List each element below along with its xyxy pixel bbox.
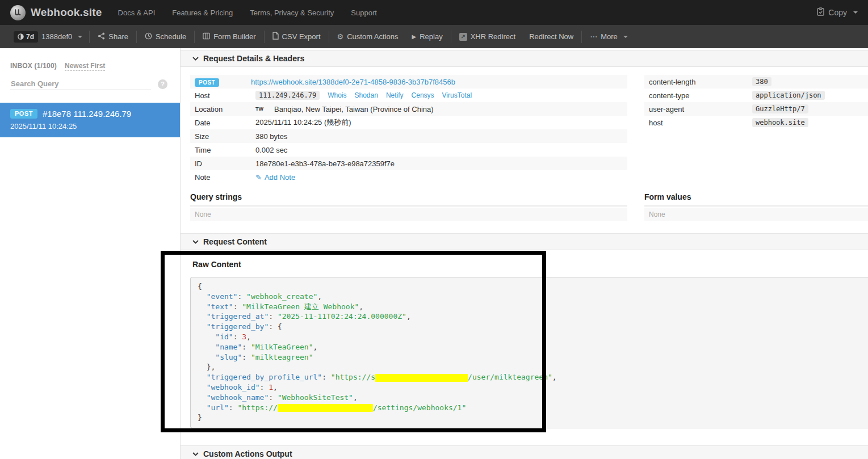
json-punctuation: , <box>552 373 557 381</box>
caret-down-icon <box>623 36 628 38</box>
token-selector[interactable]: 7d 1388def0 <box>8 31 88 43</box>
json-string: "2025-11-11T02:24:24.000000Z" <box>278 312 406 321</box>
form-values-none: None <box>644 208 868 221</box>
xhr-redirect-icon: ↗ <box>459 33 467 41</box>
copy-button[interactable]: Copy <box>817 7 858 18</box>
brand[interactable]: Webhook.site <box>10 5 102 20</box>
detail-row-date: Date 2025/11/11 10:24:25 (幾秒前) <box>190 116 627 129</box>
json-punctuation: , <box>246 332 251 341</box>
main-content: Request Details & Headers POST https://w… <box>181 48 868 459</box>
detail-row-size: Size 380 bytes <box>190 129 627 143</box>
raw-content-heading: Raw Content <box>192 260 868 269</box>
webhook-logo-icon <box>10 5 26 20</box>
top-navbar: Webhook.site Docs & API Features & Prici… <box>0 0 868 25</box>
replay-button[interactable]: ▶ Replay <box>405 32 450 41</box>
json-punctuation: : <box>269 312 278 321</box>
nav-link-support[interactable]: Support <box>351 9 377 17</box>
caret-down-icon <box>78 36 82 38</box>
copy-label: Copy <box>828 8 847 17</box>
pencil-icon: ✎ <box>255 173 262 182</box>
json-punctuation: : { <box>269 322 282 331</box>
code-line: "webhook_id": 1, <box>198 382 861 393</box>
header-value: webhook.site <box>752 118 808 127</box>
json-punctuation: : <box>233 302 242 311</box>
header-value: 380 <box>752 77 771 86</box>
csv-export-button[interactable]: CSV Export <box>266 32 328 41</box>
file-icon <box>272 32 279 41</box>
search-input[interactable] <box>10 78 151 90</box>
json-punctuation: : <box>269 393 278 402</box>
json-punctuation <box>198 343 215 351</box>
ellipsis-icon: ⋯ <box>590 33 597 40</box>
header-value: application/json <box>752 91 825 100</box>
request-url-link[interactable]: https://webhook.site/1388def0-2e71-4858-… <box>251 78 455 86</box>
sort-toggle[interactable]: Newest First <box>65 62 105 71</box>
code-line: "slug": "milkteagreen" <box>198 352 861 363</box>
share-icon <box>98 32 105 41</box>
code-line: "triggered_by": { <box>198 322 861 332</box>
nav-link-docs[interactable]: Docs & API <box>118 9 156 17</box>
retention-badge: 7d <box>14 31 38 43</box>
toolbar-separator <box>451 31 451 43</box>
country-flag: TW <box>255 106 263 112</box>
json-punctuation: , <box>317 292 322 301</box>
query-strings-heading: Query strings <box>190 192 627 207</box>
detail-row-url: POST https://webhook.site/1388def0-2e71-… <box>190 75 627 89</box>
json-key: "triggered_by_profile_url" <box>207 373 322 381</box>
json-punctuation: : <box>260 383 269 391</box>
raw-content-code[interactable]: { "event": "webhook_create", "text": "Mi… <box>190 277 868 428</box>
section-custom-actions-output[interactable]: Custom Actions Output <box>181 445 868 459</box>
redaction-highlight <box>278 404 373 412</box>
more-button[interactable]: ⋯ More <box>583 32 635 41</box>
header-name: content-type <box>644 91 752 100</box>
chevron-down-icon <box>192 452 199 456</box>
json-punctuation: : <box>322 373 331 381</box>
netify-link[interactable]: Netify <box>386 91 404 99</box>
header-name: user-agent <box>644 105 752 113</box>
whois-link[interactable]: Whois <box>328 91 346 99</box>
request-list-item[interactable]: POST #18e78 111.249.246.79 2025/11/11 10… <box>0 103 180 137</box>
json-string: /user/milkteagreen" <box>468 373 552 381</box>
token-id: 1388def0 <box>41 32 72 41</box>
json-string: "MilkTeaGreen 建立 Webhook" <box>242 302 359 311</box>
json-punctuation: } <box>198 413 202 422</box>
json-punctuation <box>198 373 207 381</box>
chevron-down-icon <box>192 240 199 244</box>
share-button[interactable]: Share <box>91 32 135 41</box>
json-punctuation: : <box>229 403 238 412</box>
json-punctuation: , <box>353 393 358 402</box>
shodan-link[interactable]: Shodan <box>355 91 378 99</box>
caret-down-icon <box>853 11 858 14</box>
headers-table: content-length380content-typeapplication… <box>644 75 868 129</box>
form-builder-icon <box>203 32 210 41</box>
nav-link-terms[interactable]: Terms, Privacy & Security <box>250 9 334 17</box>
request-timestamp: 2025/11/11 10:24:25 <box>10 122 170 130</box>
json-punctuation: , <box>406 312 411 321</box>
xhr-redirect-button[interactable]: ↗ XHR Redirect <box>452 32 522 41</box>
schedule-button[interactable]: Schedule <box>138 32 193 41</box>
virustotal-link[interactable]: VirusTotal <box>442 91 472 99</box>
clipboard-icon <box>817 7 824 18</box>
nav-link-features[interactable]: Features & Pricing <box>172 9 233 17</box>
json-key: "slug" <box>215 353 242 361</box>
json-key: "text" <box>207 302 233 311</box>
webhook-site-app: Webhook.site Docs & API Features & Prici… <box>0 0 868 459</box>
redirect-now-button[interactable]: Redirect Now <box>522 32 580 41</box>
search-help-icon[interactable]: ? <box>158 79 167 89</box>
query-strings-none: None <box>190 208 627 221</box>
play-icon: ▶ <box>412 34 417 40</box>
detail-row-host: Host 111.249.246.79 Whois Shodan Netify … <box>190 89 627 102</box>
json-punctuation <box>198 292 207 301</box>
form-values-heading: Form values <box>644 192 868 207</box>
form-builder-button[interactable]: Form Builder <box>196 32 262 41</box>
add-note-link[interactable]: ✎Add Note <box>255 173 295 182</box>
section-request-details[interactable]: Request Details & Headers <box>181 50 868 67</box>
toolbar-separator <box>136 31 137 43</box>
censys-link[interactable]: Censys <box>412 91 434 99</box>
json-punctuation <box>198 353 215 361</box>
section-request-content[interactable]: Request Content <box>181 233 868 250</box>
json-key: "event" <box>207 292 238 301</box>
json-punctuation: : <box>242 343 251 351</box>
code-line: "webhook_name": "WebhookSiteTest", <box>198 393 861 403</box>
custom-actions-button[interactable]: ⚙ Custom Actions <box>330 32 405 41</box>
